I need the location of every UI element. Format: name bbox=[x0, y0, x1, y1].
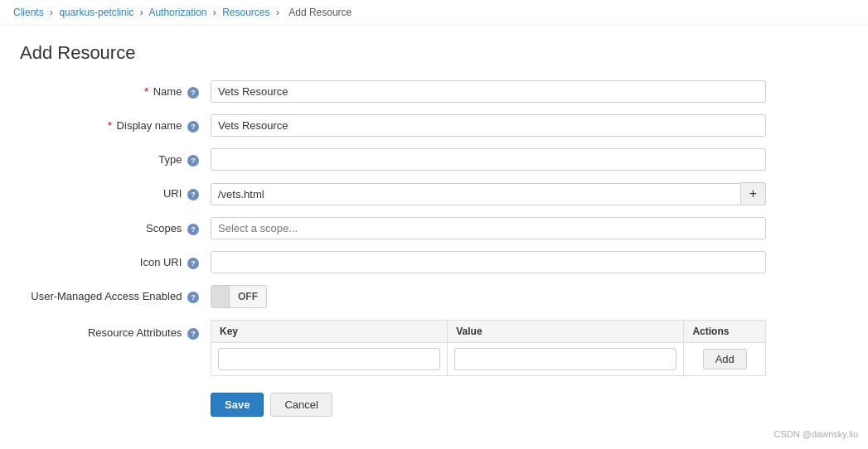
display-name-row: * Display name ? bbox=[20, 114, 766, 137]
name-control bbox=[211, 80, 766, 103]
breadcrumb-clients[interactable]: Clients bbox=[13, 7, 44, 18]
col-key: Key bbox=[211, 321, 448, 343]
attr-key-input[interactable] bbox=[218, 348, 440, 370]
uri-help-icon[interactable]: ? bbox=[187, 189, 199, 200]
uri-add-button[interactable]: + bbox=[741, 182, 766, 205]
icon-uri-row: Icon URI ? bbox=[20, 251, 766, 273]
toggle-label: OFF bbox=[230, 286, 266, 307]
display-name-label: * Display name ? bbox=[20, 114, 211, 133]
scopes-control bbox=[211, 217, 766, 239]
breadcrumb-petclinic[interactable]: quarkus-petclinic bbox=[59, 7, 133, 18]
resource-attr-row: Resource Attributes ? Key Value Actions bbox=[20, 320, 766, 376]
cancel-button[interactable]: Cancel bbox=[270, 393, 332, 417]
breadcrumb-authorization[interactable]: Authorization bbox=[148, 7, 206, 18]
uri-label: URI ? bbox=[20, 182, 211, 200]
display-name-help-icon[interactable]: ? bbox=[187, 121, 199, 133]
type-help-icon[interactable]: ? bbox=[187, 155, 199, 167]
col-actions: Actions bbox=[684, 321, 766, 343]
table-row: Add bbox=[211, 343, 766, 376]
breadcrumb-sep-4: › bbox=[276, 7, 279, 18]
type-label: Type ? bbox=[20, 148, 211, 167]
scopes-row: Scopes ? bbox=[20, 217, 766, 239]
breadcrumb-sep-2: › bbox=[140, 7, 143, 18]
icon-uri-help-icon[interactable]: ? bbox=[187, 258, 199, 269]
breadcrumb-current: Add Resource bbox=[289, 7, 352, 18]
uri-input[interactable] bbox=[211, 183, 741, 205]
page-content: Add Resource * Name ? * Display name ? bbox=[0, 26, 868, 433]
icon-uri-control bbox=[211, 251, 766, 273]
attr-key-cell bbox=[211, 343, 448, 376]
toggle-container: OFF bbox=[211, 285, 766, 308]
display-name-control bbox=[211, 114, 766, 137]
name-required-star: * bbox=[144, 85, 148, 98]
toggle-handle bbox=[211, 286, 230, 307]
type-control bbox=[211, 148, 766, 171]
watermark: CSDN @dawnsky.liu bbox=[774, 429, 858, 433]
name-label: * Name ? bbox=[20, 80, 211, 99]
uri-input-group: + bbox=[211, 182, 766, 205]
type-input[interactable] bbox=[211, 148, 766, 171]
add-resource-form: * Name ? * Display name ? Type ? bbox=[20, 80, 766, 417]
user-managed-help-icon[interactable]: ? bbox=[187, 292, 199, 303]
breadcrumb-sep-3: › bbox=[213, 7, 216, 18]
name-row: * Name ? bbox=[20, 80, 766, 103]
name-help-icon[interactable]: ? bbox=[187, 87, 199, 99]
uri-row: URI ? + bbox=[20, 182, 766, 205]
scopes-help-icon[interactable]: ? bbox=[187, 224, 199, 235]
attr-table-header: Key Value Actions bbox=[211, 321, 766, 343]
user-managed-control: OFF bbox=[211, 285, 766, 308]
attr-value-cell bbox=[448, 343, 684, 376]
form-actions: Save Cancel bbox=[20, 393, 766, 417]
scopes-input[interactable] bbox=[211, 217, 766, 239]
name-input[interactable] bbox=[211, 80, 766, 103]
icon-uri-label: Icon URI ? bbox=[20, 251, 211, 269]
icon-uri-input[interactable] bbox=[211, 251, 766, 273]
uri-control: + bbox=[211, 182, 766, 205]
type-row: Type ? bbox=[20, 148, 766, 171]
display-name-input[interactable] bbox=[211, 114, 766, 137]
resource-attr-label: Resource Attributes ? bbox=[20, 320, 211, 340]
attr-table: Key Value Actions bbox=[211, 320, 766, 376]
resource-attr-help-icon[interactable]: ? bbox=[187, 328, 199, 340]
resource-attr-control: Key Value Actions bbox=[211, 320, 766, 376]
breadcrumb-sep-1: › bbox=[50, 7, 53, 18]
breadcrumb: Clients › quarkus-petclinic › Authorizat… bbox=[0, 0, 868, 26]
toggle-switch[interactable]: OFF bbox=[211, 285, 267, 308]
page-title: Add Resource bbox=[20, 42, 848, 64]
col-value: Value bbox=[448, 321, 684, 343]
attr-add-button[interactable]: Add bbox=[703, 349, 747, 369]
display-name-required-star: * bbox=[108, 119, 112, 132]
user-managed-label: User-Managed Access Enabled ? bbox=[20, 285, 211, 303]
scopes-label: Scopes ? bbox=[20, 217, 211, 235]
attr-actions-cell: Add bbox=[684, 343, 766, 376]
attr-value-input[interactable] bbox=[454, 348, 676, 370]
user-managed-row: User-Managed Access Enabled ? OFF bbox=[20, 285, 766, 308]
save-button[interactable]: Save bbox=[211, 393, 264, 417]
breadcrumb-resources[interactable]: Resources bbox=[222, 7, 269, 18]
